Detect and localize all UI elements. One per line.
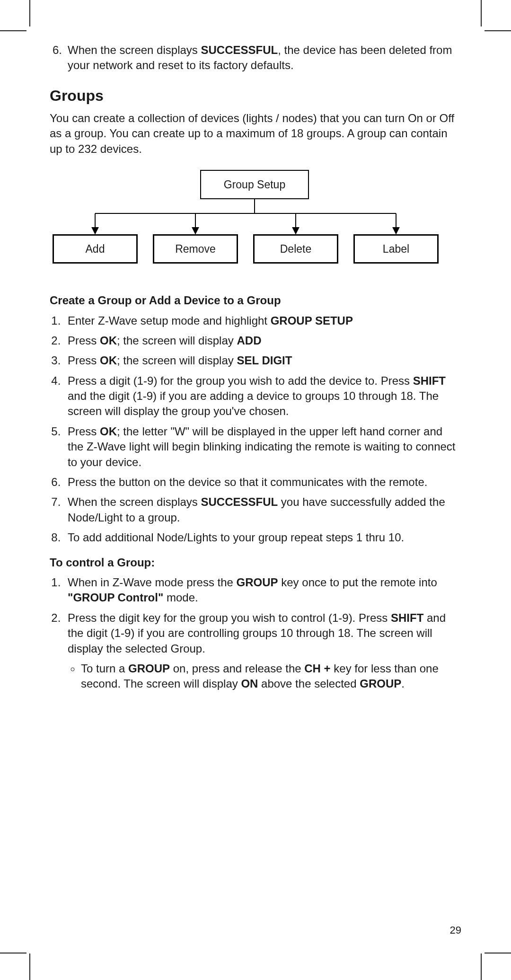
diagram-box-delete: Delete (253, 234, 338, 264)
bold: OK (100, 425, 117, 438)
text: and the digit (1-9) if you are adding a … (68, 389, 439, 417)
text: ; the letter "W" will be displayed in th… (68, 425, 456, 468)
bold: GROUP (360, 677, 401, 690)
bold: ON (241, 677, 258, 690)
page-number: 29 (450, 923, 461, 937)
page-content: 6.When the screen displays SUCCESSFUL, t… (35, 43, 476, 692)
text: Press (68, 334, 100, 347)
text: . (401, 677, 405, 690)
crop-tick (29, 954, 30, 980)
diagram-box-add: Add (53, 234, 138, 264)
create-step-2: Press OK; the screen will display ADD (64, 333, 461, 348)
create-step-1: Enter Z-Wave setup mode and highlight GR… (64, 313, 461, 328)
text: mode. (163, 591, 198, 604)
control-step-2: Press the digit key for the group you wi… (64, 610, 461, 692)
diagram-box-parent: Group Setup (200, 170, 309, 199)
text: To add additional Node/Lights to your gr… (68, 531, 404, 544)
bold: SUCCESSFUL (201, 495, 278, 508)
group-setup-diagram: Group Setup Add Remove Delete Label (50, 170, 461, 279)
text: Enter Z-Wave setup mode and highlight (68, 314, 271, 327)
create-step-5: Press OK; the letter "W" will be display… (64, 424, 461, 470)
text: above the selected (258, 677, 360, 690)
groups-intro: You can create a collection of devices (… (50, 111, 461, 157)
control-sub-bullets: To turn a GROUP on, press and release th… (68, 661, 461, 692)
bold: OK (100, 334, 117, 347)
text: Press the button on the device so that i… (68, 476, 427, 488)
bold: GROUP (237, 576, 278, 589)
crop-tick (481, 0, 482, 26)
crop-tick (0, 953, 26, 954)
step-number: 6. (53, 43, 68, 58)
text: When the screen displays (68, 495, 201, 508)
crop-tick (485, 953, 511, 954)
crop-tick (29, 0, 30, 26)
create-step-3: Press OK; the screen will display SEL DI… (64, 353, 461, 368)
continued-step-6: 6.When the screen displays SUCCESSFUL, t… (50, 43, 461, 73)
text: To turn a (81, 662, 128, 675)
crop-tick (0, 30, 26, 31)
create-step-4: Press a digit (1-9) for the group you wi… (64, 373, 461, 419)
create-step-6: Press the button on the device so that i… (64, 475, 461, 490)
create-group-steps: Enter Z-Wave setup mode and highlight GR… (50, 313, 461, 546)
text: ; the screen will display (117, 334, 237, 347)
bold: CH + (304, 662, 330, 675)
text: on, press and release the (170, 662, 304, 675)
text: Press the digit key for the group you wi… (68, 611, 391, 624)
bold: SHIFT (413, 374, 446, 387)
create-step-7: When the screen displays SUCCESSFUL you … (64, 494, 461, 525)
text: Press (68, 425, 100, 438)
bold: GROUP SETUP (271, 314, 353, 327)
step-text-bold: SUCCESSFUL (201, 44, 278, 56)
crop-tick (481, 954, 482, 980)
text: When in Z-Wave mode press the (68, 576, 237, 589)
text: ; the screen will display (117, 354, 237, 367)
create-step-8: To add additional Node/Lights to your gr… (64, 530, 461, 545)
bold: SEL DIGIT (237, 354, 292, 367)
control-group-steps: When in Z-Wave mode press the GROUP key … (50, 575, 461, 692)
control-step-1: When in Z-Wave mode press the GROUP key … (64, 575, 461, 606)
diagram-box-label: Label (353, 234, 439, 264)
text: Press a digit (1-9) for the group you wi… (68, 374, 413, 387)
section-heading-groups: Groups (50, 86, 461, 106)
step-text-pre: When the screen displays (68, 44, 201, 56)
control-bullet-on: To turn a GROUP on, press and release th… (81, 661, 461, 692)
diagram-box-remove: Remove (153, 234, 238, 264)
crop-tick (485, 30, 511, 31)
bold: "GROUP Control" (68, 591, 163, 604)
text: Press (68, 354, 100, 367)
manual-page: 6.When the screen displays SUCCESSFUL, t… (0, 0, 511, 980)
bold: OK (100, 354, 117, 367)
subheading-control-group: To control a Group: (50, 555, 461, 570)
bold: GROUP (128, 662, 170, 675)
text: key once to put the remote into (278, 576, 437, 589)
bold: ADD (237, 334, 261, 347)
subheading-create-group: Create a Group or Add a Device to a Grou… (50, 293, 461, 308)
bold: SHIFT (391, 611, 423, 624)
